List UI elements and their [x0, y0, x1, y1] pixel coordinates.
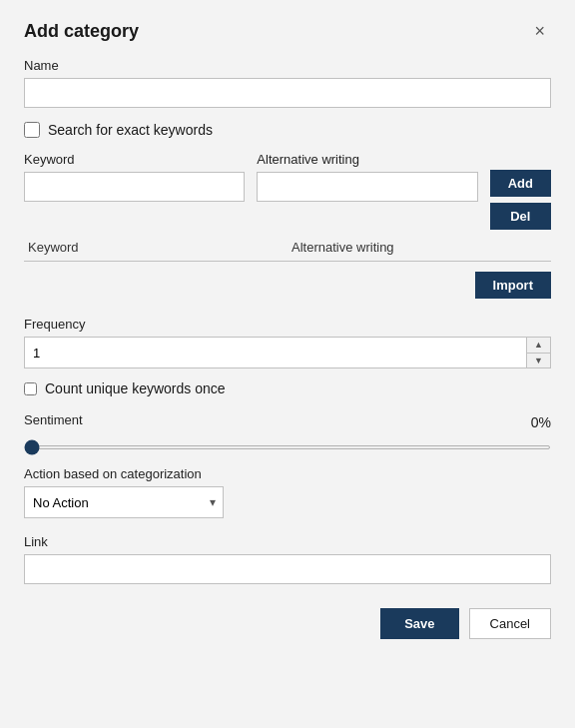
alt-writing-input[interactable]: [257, 172, 477, 202]
action-label: Action based on categorization: [24, 466, 551, 481]
sentiment-section: Sentiment 0%: [24, 412, 551, 452]
search-exact-label: Search for exact keywords: [48, 122, 213, 138]
cancel-button[interactable]: Cancel: [469, 608, 551, 639]
count-unique-checkbox[interactable]: [24, 382, 37, 395]
frequency-input[interactable]: [24, 337, 551, 368]
frequency-up-button[interactable]: ▲: [527, 338, 550, 354]
dialog-title: Add category: [24, 21, 139, 42]
frequency-label: Frequency: [24, 317, 551, 332]
count-unique-label: Count unique keywords once: [45, 380, 226, 396]
del-button[interactable]: Del: [490, 203, 551, 230]
frequency-down-button[interactable]: ▼: [527, 354, 550, 368]
frequency-input-wrap: ▲ ▼: [24, 337, 551, 368]
action-section: Action based on categorization No Action…: [24, 466, 551, 518]
table-alt-header: Alternative writing: [288, 240, 551, 255]
sentiment-label: Sentiment: [24, 412, 83, 427]
link-input[interactable]: [24, 554, 551, 584]
action-select-wrap: No Action Alert Flag Block ▾: [24, 486, 224, 518]
save-button[interactable]: Save: [380, 608, 458, 639]
keyword-column: Keyword: [24, 152, 245, 202]
keyword-input[interactable]: [24, 172, 245, 202]
sentiment-header: Sentiment 0%: [24, 412, 551, 432]
import-row: Import: [24, 272, 551, 299]
alt-writing-label: Alternative writing: [257, 152, 477, 167]
close-button[interactable]: ×: [528, 20, 551, 42]
search-exact-checkbox[interactable]: [24, 122, 40, 138]
sentiment-value: 0%: [531, 414, 551, 430]
table-keyword-header: Keyword: [24, 240, 288, 255]
action-select[interactable]: No Action Alert Flag Block: [24, 486, 224, 518]
name-input[interactable]: [24, 78, 551, 108]
keyword-label: Keyword: [24, 152, 245, 167]
dialog-header: Add category ×: [24, 20, 551, 42]
sentiment-slider[interactable]: [24, 445, 551, 449]
add-category-dialog: Add category × Name Search for exact key…: [0, 0, 575, 728]
link-label: Link: [24, 534, 551, 549]
keyword-row: Keyword Alternative writing Add Del: [24, 152, 551, 230]
frequency-section: Frequency ▲ ▼: [24, 317, 551, 368]
search-exact-row: Search for exact keywords: [24, 122, 551, 138]
alt-writing-column: Alternative writing: [257, 152, 477, 202]
footer-row: Save Cancel: [24, 608, 551, 639]
import-button[interactable]: Import: [475, 272, 551, 299]
name-label: Name: [24, 58, 551, 73]
keyword-table-header: Keyword Alternative writing: [24, 240, 551, 262]
keyword-buttons: Add Del: [490, 152, 551, 230]
sentiment-slider-wrap: [24, 436, 551, 452]
frequency-spinners: ▲ ▼: [526, 338, 550, 367]
count-unique-row: Count unique keywords once: [24, 380, 551, 396]
name-section: Name: [24, 58, 551, 108]
add-button[interactable]: Add: [490, 170, 551, 197]
link-section: Link: [24, 534, 551, 584]
